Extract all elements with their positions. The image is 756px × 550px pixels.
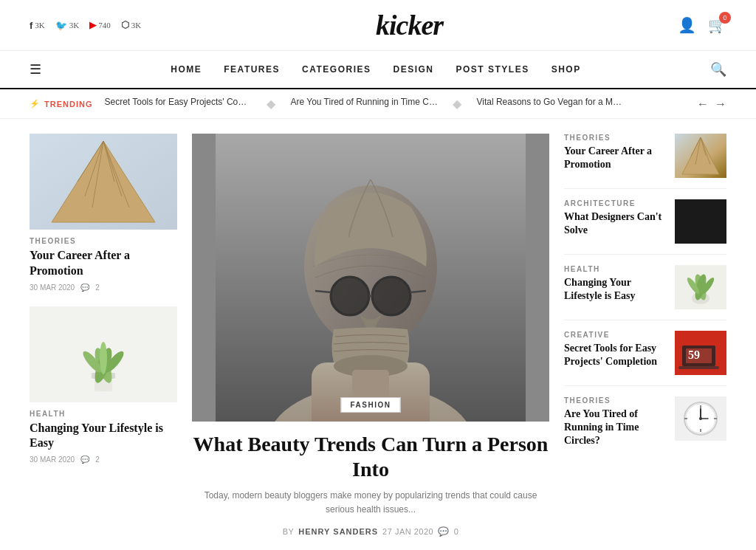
sidebar-item-1-text: THEORIES Your Career After a Promotion <box>564 134 666 171</box>
trending-items: Secret Tools for Easy Projects' Compl ..… <box>104 97 685 111</box>
sidebar-3-category: HEALTH <box>564 265 666 273</box>
trending-bar: ⚡ TRENDING Secret Tools for Easy Project… <box>0 89 756 119</box>
sidebar-2-title: What Designers Can't Solve <box>564 210 666 237</box>
nav-shop[interactable]: SHOP <box>551 64 581 75</box>
sidebar-1-title: Your Career After a Promotion <box>564 145 666 171</box>
trending-separator-2: ◆ <box>453 97 461 111</box>
trending-prev[interactable]: ← <box>697 97 709 111</box>
trending-item-3[interactable]: Vital Reasons to Go Vegan for a Month <box>476 97 624 111</box>
sidebar-4-category: CREATIVE <box>564 331 666 339</box>
nav-categories[interactable]: CATEGORIES <box>302 64 371 75</box>
social-twitter[interactable]: 🐦 3K <box>55 20 79 31</box>
nav-features[interactable]: FEATURES <box>224 64 280 75</box>
trending-separator-1: ◆ <box>267 97 275 111</box>
social-instagram[interactable]: ⬡ 3K <box>121 19 141 31</box>
top-bar: f 3K 🐦 3K ▶ 740 ⬡ 3K kicker 👤 🛒 0 <box>0 0 756 51</box>
center-feature: FASHION What Beauty Trends Can Turn a Pe… <box>192 134 549 537</box>
card-1-category: THEORIES <box>30 237 177 245</box>
cart-button[interactable]: 🛒 0 <box>708 16 726 34</box>
svg-point-15 <box>100 342 107 374</box>
sidebar-2-category: ARCHITECTURE <box>564 199 666 207</box>
cart-badge: 0 <box>719 12 731 24</box>
feature-category-badge: FASHION <box>341 397 401 413</box>
comment-icon-2: 💬 <box>80 456 89 464</box>
card-1-comments: 2 <box>95 283 100 292</box>
left-sidebar: THEORIES Your Career After a Promotion 3… <box>30 134 177 537</box>
trending-navigation: ← → <box>697 97 726 111</box>
sidebar-item-2[interactable]: ARCHITECTURE What Designers Can't Solve <box>564 189 726 255</box>
sidebar-4-thumb: 59 <box>675 331 726 375</box>
trending-next[interactable]: → <box>715 97 726 111</box>
social-links: f 3K 🐦 3K ▶ 740 ⬡ 3K <box>30 19 141 31</box>
nav-bar: ☰ HOME FEATURES CATEGORIES DESIGN POST S… <box>0 51 756 89</box>
card-2-title: Changing Your Lifestyle is Easy <box>30 421 177 452</box>
comment-icon-1: 💬 <box>80 283 89 292</box>
lightning-icon: ⚡ <box>30 99 41 109</box>
sidebar-item-2-text: ARCHITECTURE What Designers Can't Solve <box>564 199 666 237</box>
card-2-meta: 30 MAR 2020 💬 2 <box>30 456 177 464</box>
search-icon[interactable]: 🔍 <box>710 61 726 78</box>
social-facebook[interactable]: f 3K <box>30 20 45 31</box>
card-2-category: HEALTH <box>30 410 177 418</box>
nav-post-styles[interactable]: POST STYLES <box>456 64 529 75</box>
sidebar-item-3-text: HEALTH Changing Your Lifestyle is Easy <box>564 265 666 303</box>
sidebar-item-3[interactable]: HEALTH Changing Your Lifestyle is Easy <box>564 255 726 320</box>
sidebar-1-category: THEORIES <box>564 134 666 142</box>
site-title: kicker <box>376 9 443 41</box>
sidebar-item-1[interactable]: THEORIES Your Career After a Promotion <box>564 134 726 189</box>
sidebar-item-4-text: CREATIVE Secret Tools for Easy Projects'… <box>564 331 666 368</box>
card-2-image <box>30 306 177 402</box>
nav-design[interactable]: DESIGN <box>394 64 434 75</box>
card-1-meta: 30 MAR 2020 💬 2 <box>30 283 177 292</box>
sidebar-5-title: Are You Tired of Running in Time Circles… <box>564 408 666 448</box>
social-youtube[interactable]: ▶ 740 <box>89 20 111 31</box>
left-card-2[interactable]: HEALTH Changing Your Lifestyle is Easy 3… <box>30 306 177 464</box>
sidebar-1-thumb <box>675 134 726 178</box>
trending-label: ⚡ TRENDING <box>30 99 92 109</box>
sidebar-4-title: Secret Tools for Easy Projects' Completi… <box>564 342 666 368</box>
sidebar-2-thumb <box>675 199 726 244</box>
card-2-date: 30 MAR 2020 <box>30 456 75 464</box>
left-card-1[interactable]: THEORIES Your Career After a Promotion 3… <box>30 134 177 292</box>
facebook-count: 3K <box>35 21 44 30</box>
feature-image <box>192 134 549 422</box>
instagram-count: 3K <box>131 21 141 30</box>
card-1-title: Your Career After a Promotion <box>30 248 177 279</box>
instagram-icon: ⬡ <box>121 19 129 31</box>
svg-text:59: 59 <box>688 348 700 361</box>
svg-point-23 <box>331 278 368 314</box>
trending-item-1[interactable]: Secret Tools for Easy Projects' Compl ..… <box>104 97 252 111</box>
feature-author[interactable]: HENRY SANDERS <box>298 527 378 536</box>
right-sidebar: THEORIES Your Career After a Promotion <box>564 134 726 537</box>
svg-rect-46 <box>678 366 719 369</box>
feature-date: 27 JAN 2020 <box>382 527 433 536</box>
sidebar-5-category: THEORIES <box>564 396 666 405</box>
trending-item-2[interactable]: Are You Tired of Running in Time Circl..… <box>290 97 438 111</box>
feature-title: What Beauty Trends Can Turn a Person Int… <box>192 432 549 481</box>
svg-point-24 <box>373 278 410 314</box>
youtube-icon: ▶ <box>89 20 96 31</box>
sidebar-3-title: Changing Your Lifestyle is Easy <box>564 276 666 303</box>
youtube-count: 740 <box>98 21 111 30</box>
nav-home[interactable]: HOME <box>171 64 202 75</box>
sidebar-item-5[interactable]: THEORIES Are You Tired of Running in Tim… <box>564 386 726 458</box>
feature-excerpt: Today, modern beauty bloggers make money… <box>192 489 549 517</box>
user-icon[interactable]: 👤 <box>678 16 696 34</box>
card-1-image <box>30 134 177 230</box>
hamburger-menu[interactable]: ☰ <box>30 61 41 78</box>
svg-rect-28 <box>352 370 389 399</box>
top-right-actions: 👤 🛒 0 <box>678 16 726 34</box>
feature-image-wrapper: FASHION <box>192 134 549 422</box>
main-content: THEORIES Your Career After a Promotion 3… <box>0 119 756 550</box>
twitter-count: 3K <box>69 21 79 30</box>
feature-byline: BY HENRY SANDERS 27 JAN 2020 💬 0 <box>283 526 459 537</box>
svg-point-56 <box>699 417 702 420</box>
sidebar-item-4[interactable]: CREATIVE Secret Tools for Easy Projects'… <box>564 320 726 386</box>
nav-menu: HOME FEATURES CATEGORIES DESIGN POST STY… <box>171 64 580 75</box>
sidebar-5-thumb <box>675 396 726 441</box>
feature-comments: 0 <box>454 527 459 536</box>
by-label: BY <box>283 527 295 536</box>
comment-icon-feature: 💬 <box>438 526 450 537</box>
card-1-date: 30 MAR 2020 <box>30 283 75 292</box>
sidebar-item-5-text: THEORIES Are You Tired of Running in Tim… <box>564 396 666 448</box>
